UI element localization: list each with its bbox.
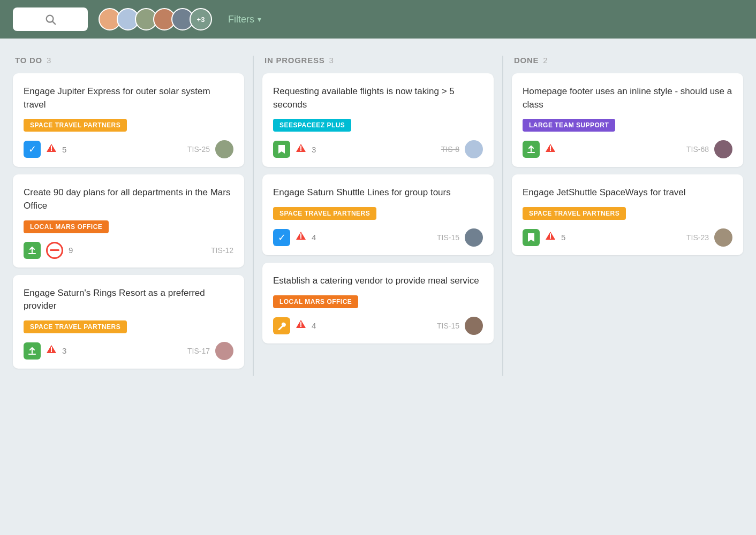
ticket-id: TIS-68	[686, 145, 709, 154]
upload-icon	[24, 242, 41, 259]
ticket-id: TIS-8	[441, 145, 459, 154]
column-title: IN PROGRESS	[264, 56, 324, 65]
chevron-down-icon: ▾	[258, 15, 261, 24]
priority-icon	[545, 231, 556, 244]
card-title: Create 90 day plans for all departments …	[24, 186, 233, 212]
card-footer: 3 TIS-17	[24, 342, 233, 360]
column-count: 3	[47, 56, 51, 65]
card-footer: 9 TIS-12	[24, 242, 233, 259]
task-card[interactable]: Create 90 day plans for all departments …	[13, 174, 244, 267]
column-done: DONE 2 Homepage footer uses an inline st…	[503, 56, 743, 263]
svg-point-13	[300, 150, 301, 151]
upload-icon	[523, 141, 540, 158]
column-title: DONE	[514, 56, 539, 65]
card-tag: SPACE TRAVEL PARTNERS	[523, 207, 626, 220]
svg-point-5	[51, 150, 52, 151]
bookmark-icon	[523, 229, 540, 246]
assignee-avatar	[215, 140, 233, 158]
filters-label: Filters	[228, 14, 254, 25]
card-tag: SPACE TRAVEL PARTNERS	[24, 320, 127, 333]
priority-icon	[545, 143, 556, 156]
ticket-id: TIS-17	[187, 347, 210, 355]
task-card[interactable]: Engage Saturn Shuttle Lines for group to…	[262, 174, 494, 255]
comment-count: 4	[312, 321, 316, 330]
column-count: 3	[329, 56, 333, 65]
column-header: DONE 2	[512, 56, 743, 73]
svg-point-17	[300, 238, 301, 239]
priority-icon	[46, 143, 57, 156]
comment-count: 3	[312, 145, 316, 154]
card-footer: 3 TIS-8	[273, 140, 483, 158]
ticket-id: TIS-25	[187, 145, 210, 154]
ticket-id: TIS-23	[686, 233, 709, 242]
upload-icon	[24, 342, 41, 360]
svg-point-29	[550, 238, 551, 239]
card-tag: LOCAL MARS OFFICE	[24, 220, 109, 233]
assignee-avatar	[465, 317, 483, 335]
board: TO DO 3 Engage Jupiter Express for outer…	[0, 39, 756, 389]
column-title: TO DO	[15, 56, 42, 65]
checkbox-icon: ✓	[24, 141, 41, 158]
comment-count: 3	[62, 346, 66, 355]
avatar-group: +3	[99, 8, 212, 30]
ticket-id: TIS-12	[211, 246, 233, 255]
comment-count: 5	[561, 233, 565, 242]
card-footer: TIS-68	[523, 140, 732, 158]
comment-count: 5	[62, 145, 66, 154]
card-footer: 5 TIS-23	[523, 228, 732, 247]
priority-icon	[296, 231, 306, 244]
card-title: Engage Jupiter Express for outer solar s…	[24, 85, 233, 111]
task-card[interactable]: Establish a catering vendor to provide m…	[262, 263, 494, 343]
priority-icon	[296, 143, 306, 156]
avatar-more: +3	[190, 8, 212, 30]
card-title: Establish a catering vendor to provide m…	[273, 274, 483, 288]
card-title: Engage JetShuttle SpaceWays for travel	[523, 186, 732, 200]
assignee-avatar	[215, 342, 233, 360]
search-icon	[44, 13, 56, 25]
assignee-avatar	[465, 140, 483, 158]
assignee-avatar	[465, 228, 483, 247]
column-todo: TO DO 3 Engage Jupiter Express for outer…	[13, 56, 253, 376]
task-card[interactable]: Engage Jupiter Express for outer solar s…	[13, 73, 244, 167]
no-entry-icon	[46, 242, 63, 259]
card-tag: LARGE TEAM SUPPORT	[523, 119, 615, 132]
card-footer: ✓ 4 TIS-15	[273, 228, 483, 247]
comment-count: 4	[312, 233, 316, 242]
priority-icon	[296, 319, 306, 332]
card-tag: LOCAL MARS OFFICE	[273, 295, 358, 308]
task-card[interactable]: Engage Saturn's Rings Resort as a prefer…	[13, 275, 244, 369]
filters-button[interactable]: Filters ▾	[228, 14, 261, 25]
assignee-avatar	[714, 228, 732, 247]
card-tag: SEESPACEEZ PLUS	[273, 119, 351, 132]
comment-count: 9	[69, 246, 73, 255]
card-title: Engage Saturn's Rings Resort as a prefer…	[24, 287, 233, 313]
search-box[interactable]	[13, 7, 88, 31]
task-card[interactable]: Requesting available flights is now taki…	[262, 73, 494, 167]
card-footer: ✓ 5 TIS-25	[24, 140, 233, 158]
ticket-id: TIS-15	[437, 322, 459, 330]
svg-line-1	[52, 21, 55, 24]
column-header: IN PROGRESS 3	[262, 56, 494, 73]
card-title: Engage Saturn Shuttle Lines for group to…	[273, 186, 483, 200]
svg-point-9	[51, 351, 52, 352]
card-tag: SPACE TRAVEL PARTNERS	[273, 207, 376, 220]
checkbox-icon: ✓	[273, 229, 290, 246]
assignee-avatar	[714, 140, 732, 158]
bookmark-icon	[273, 141, 290, 158]
column-inprogress: IN PROGRESS 3 Requesting available fligh…	[254, 56, 502, 351]
card-title: Homepage footer uses an inline style - s…	[523, 85, 732, 111]
column-count: 2	[543, 56, 547, 65]
column-header: TO DO 3	[13, 56, 244, 73]
wrench-icon	[273, 317, 290, 334]
task-card[interactable]: Homepage footer uses an inline style - s…	[512, 73, 743, 167]
card-tag: SPACE TRAVEL PARTNERS	[24, 119, 127, 132]
svg-point-25	[550, 150, 551, 151]
ticket-id: TIS-15	[437, 233, 459, 242]
card-title: Requesting available flights is now taki…	[273, 85, 483, 111]
priority-icon	[46, 344, 57, 357]
task-card[interactable]: Engage JetShuttle SpaceWays for travel S…	[512, 174, 743, 255]
card-footer: 4 TIS-15	[273, 317, 483, 335]
svg-point-21	[300, 326, 301, 327]
header: +3 Filters ▾	[0, 0, 756, 39]
